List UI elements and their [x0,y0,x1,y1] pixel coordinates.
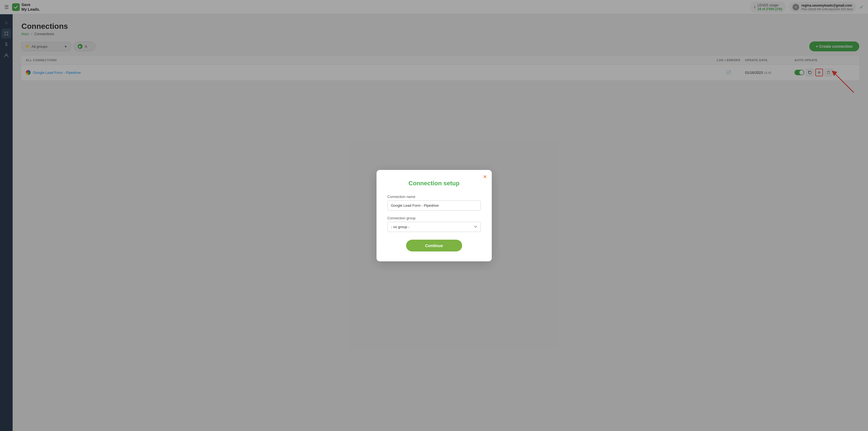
modal-overlay[interactable]: × Connection setup Connection name Conne… [0,0,868,431]
connection-name-group: Connection name [388,195,481,211]
connection-name-label: Connection name [388,195,481,199]
connection-group-group: Connection group - no group - Group 1 Gr… [388,216,481,232]
connection-setup-modal: × Connection setup Connection name Conne… [376,170,492,261]
continue-button[interactable]: Continue [406,240,462,251]
modal-title: Connection setup [388,180,481,187]
connection-group-label: Connection group [388,216,481,220]
connection-name-input[interactable] [388,201,481,211]
connection-group-select[interactable]: - no group - Group 1 Group 2 [388,222,481,232]
modal-close-button[interactable]: × [483,174,487,180]
